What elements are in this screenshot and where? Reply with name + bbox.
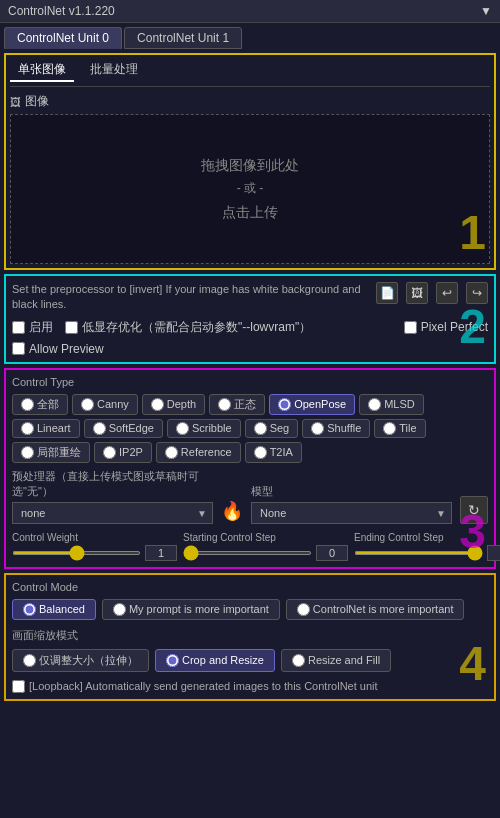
radio-all-input[interactable] (21, 398, 34, 411)
radio-lineart-input[interactable] (21, 422, 34, 435)
radio-shuffle[interactable]: Shuffle (302, 419, 370, 438)
image-icon: 🖼 (10, 96, 21, 108)
radio-softedge[interactable]: SoftEdge (84, 419, 163, 438)
radio-zhongtai[interactable]: 正态 (209, 394, 265, 415)
starting-step-group: Starting Control Step 0 (183, 532, 348, 561)
control-weight-slider[interactable] (12, 551, 141, 555)
radio-shuffle-input[interactable] (311, 422, 324, 435)
checkboxes-row-2: Allow Preview (12, 342, 488, 356)
radio-scribble[interactable]: Scribble (167, 419, 241, 438)
starting-step-label: Starting Control Step (183, 532, 348, 543)
radio-t2ia-label: T2IA (270, 446, 293, 458)
loopback-input[interactable] (12, 680, 25, 693)
tab-unit-0[interactable]: ControlNet Unit 0 (4, 27, 122, 49)
sliders-row: Control Weight 1 Starting Control Step 0… (12, 532, 488, 561)
starting-step-value[interactable]: 0 (316, 545, 348, 561)
control-weight-value[interactable]: 1 (145, 545, 177, 561)
loopback-checkbox[interactable]: [Loopback] Automatically send generated … (12, 680, 488, 693)
radio-openpose-input[interactable] (278, 398, 291, 411)
tab-unit-1[interactable]: ControlNet Unit 1 (124, 27, 242, 49)
allow-preview-label: Allow Preview (29, 342, 104, 356)
radio-mlsd-input[interactable] (368, 398, 381, 411)
section-number-1: 1 (459, 205, 486, 260)
canvas-stretch-input[interactable] (23, 654, 36, 667)
radio-seg[interactable]: Seg (245, 419, 299, 438)
radio-t2ia-input[interactable] (254, 446, 267, 459)
radio-canny-input[interactable] (81, 398, 94, 411)
preprocessor-select[interactable]: none (12, 502, 213, 524)
ending-step-value[interactable]: 1 (487, 545, 500, 561)
preprocessor-select-wrapper: none ▼ (12, 502, 213, 524)
main-tabs: ControlNet Unit 0 ControlNet Unit 1 (0, 23, 500, 49)
section-control-type: Control Type 全部 Canny Depth 正态 OpenPose (4, 368, 496, 569)
checkboxes-row-1: 启用 低显存优化（需配合启动参数"--lowvram"） Pixel Perfe… (12, 319, 488, 336)
mode-my-prompt-label: My prompt is more important (129, 603, 269, 615)
pixel-perfect-input[interactable] (404, 321, 417, 334)
section-number-3: 3 (459, 504, 486, 559)
starting-step-slider-row: 0 (183, 545, 348, 561)
lowvram-checkbox-input[interactable] (65, 321, 78, 334)
radio-tile[interactable]: Tile (374, 419, 425, 438)
image-label-text: 图像 (25, 93, 49, 110)
lowvram-checkbox[interactable]: 低显存优化（需配合启动参数"--lowvram"） (65, 319, 311, 336)
radio-local-redraw-label: 局部重绘 (37, 445, 81, 460)
enable-checkbox[interactable]: 启用 (12, 319, 53, 336)
radio-scribble-input[interactable] (176, 422, 189, 435)
radio-seg-input[interactable] (254, 422, 267, 435)
mode-my-prompt-input[interactable] (113, 603, 126, 616)
rotate-left-icon[interactable]: ↩ (436, 282, 458, 304)
radio-all[interactable]: 全部 (12, 394, 68, 415)
radio-ip2p-input[interactable] (103, 446, 116, 459)
preproc-model-row: 预处理器（直接上传模式图或草稿时可选"无"） none ▼ 🔥 模型 None … (12, 469, 488, 524)
radio-softedge-input[interactable] (93, 422, 106, 435)
canvas-crop-resize-input[interactable] (166, 654, 179, 667)
drag-drop-text: 拖拽图像到此处 (201, 153, 299, 178)
subtab-single[interactable]: 单张图像 (10, 59, 74, 82)
mode-my-prompt[interactable]: My prompt is more important (102, 599, 280, 620)
drop-text-container: 拖拽图像到此处 - 或 - 点击上传 (201, 153, 299, 225)
section-number-4: 4 (459, 636, 486, 691)
enable-label: 启用 (29, 319, 53, 336)
enable-checkbox-input[interactable] (12, 321, 25, 334)
radio-canny[interactable]: Canny (72, 394, 138, 415)
model-label: 模型 (251, 484, 452, 499)
radio-depth[interactable]: Depth (142, 394, 205, 415)
radio-scribble-label: Scribble (192, 422, 232, 434)
radio-t2ia[interactable]: T2IA (245, 442, 302, 463)
radio-reference[interactable]: Reference (156, 442, 241, 463)
image-drop-area[interactable]: 拖拽图像到此处 - 或 - 点击上传 (10, 114, 490, 264)
mode-controlnet[interactable]: ControlNet is more important (286, 599, 465, 620)
section-number-2: 2 (459, 299, 486, 354)
radio-ip2p[interactable]: IP2P (94, 442, 152, 463)
radio-local-redraw[interactable]: 局部重绘 (12, 442, 90, 463)
fire-icon[interactable]: 🔥 (221, 500, 243, 524)
radio-canny-label: Canny (97, 398, 129, 410)
doc-icon[interactable]: 📄 (376, 282, 398, 304)
radio-depth-label: Depth (167, 398, 196, 410)
canvas-crop-resize[interactable]: Crop and Resize (155, 649, 275, 672)
canvas-stretch[interactable]: 仅调整大小（拉伸） (12, 649, 149, 672)
mode-controlnet-input[interactable] (297, 603, 310, 616)
radio-depth-input[interactable] (151, 398, 164, 411)
allow-preview-checkbox[interactable]: Allow Preview (12, 342, 104, 356)
radio-openpose[interactable]: OpenPose (269, 394, 355, 415)
radio-mlsd[interactable]: MLSD (359, 394, 424, 415)
radio-lineart[interactable]: Lineart (12, 419, 80, 438)
mode-balanced-input[interactable] (23, 603, 36, 616)
radio-reference-input[interactable] (165, 446, 178, 459)
radio-all-label: 全部 (37, 397, 59, 412)
radio-local-redraw-input[interactable] (21, 446, 34, 459)
radio-tile-input[interactable] (383, 422, 396, 435)
allow-preview-input[interactable] (12, 342, 25, 355)
collapse-arrow[interactable]: ▼ (480, 4, 492, 18)
subtab-batch[interactable]: 批量处理 (82, 59, 146, 82)
model-select[interactable]: None (251, 502, 452, 524)
starting-step-slider[interactable] (183, 551, 312, 555)
section-control-mode: Control Mode Balanced My prompt is more … (4, 573, 496, 701)
canvas-resize-fill-input[interactable] (292, 654, 305, 667)
canvas-resize-fill[interactable]: Resize and Fill (281, 649, 391, 672)
radio-zhongtai-input[interactable] (218, 398, 231, 411)
radio-zhongtai-label: 正态 (234, 397, 256, 412)
image-icon-btn[interactable]: 🖼 (406, 282, 428, 304)
mode-balanced[interactable]: Balanced (12, 599, 96, 620)
